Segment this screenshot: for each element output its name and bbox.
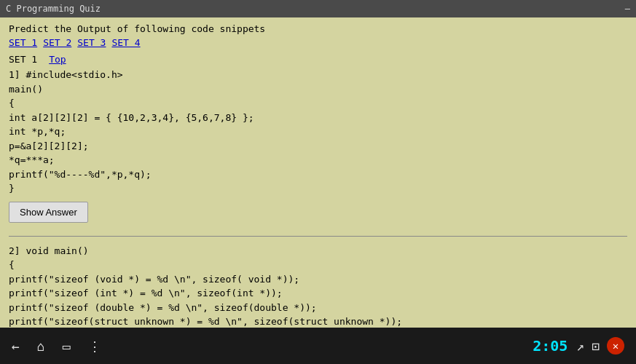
set-link-2[interactable]: SET 2 — [43, 37, 71, 48]
recent-icon[interactable]: ▭ — [63, 339, 71, 354]
back-icon[interactable]: ← — [12, 339, 20, 354]
set-link-4[interactable]: SET 4 — [111, 37, 140, 48]
share-icon[interactable]: ↗ — [576, 339, 584, 354]
nav-left: ← ⌂ ▭ ⋮ — [12, 339, 101, 354]
close-button[interactable]: ✕ — [607, 337, 624, 355]
main-content: Predict the Output of following code sni… — [0, 17, 636, 328]
nav-right: 2:05 ↗ ⊡ ✕ — [533, 337, 624, 355]
section-2: 2] void main() { printf("sizeof (void *)… — [9, 244, 627, 328]
menu-icon[interactable]: ⋮ — [88, 339, 101, 354]
app-title: C Programming Quiz — [6, 4, 101, 14]
close-icon: ✕ — [613, 340, 619, 352]
section-1: SET 1 Top 1] #include<stdio.h> main() { … — [9, 54, 627, 229]
nav-right-icons: ↗ ⊡ ✕ — [576, 337, 624, 355]
set-link-1[interactable]: SET 1 — [9, 37, 37, 48]
section-divider — [9, 236, 627, 237]
title-bar: C Programming Quiz — — [0, 0, 636, 17]
nav-bar: ← ⌂ ▭ ⋮ 2:05 ↗ ⊡ ✕ — [0, 328, 636, 364]
show-answer-button-1[interactable]: Show Answer — [9, 202, 88, 223]
top-link-1[interactable]: Top — [49, 54, 66, 65]
home-icon[interactable]: ⌂ — [37, 339, 45, 354]
minimize-icon[interactable]: — — [625, 4, 630, 14]
section-1-code: 1] #include<stdio.h> main() { int a[2][2… — [9, 68, 627, 196]
set-1-label: SET 1 — [9, 54, 37, 65]
screen-icon[interactable]: ⊡ — [592, 339, 600, 354]
set-links: SET 1 SET 2 SET 3 SET 4 — [9, 37, 627, 48]
section-2-code: 2] void main() { printf("sizeof (void *)… — [9, 244, 627, 328]
time-display: 2:05 — [533, 337, 568, 355]
set-link-3[interactable]: SET 3 — [77, 37, 106, 48]
section-1-header: SET 1 Top — [9, 54, 627, 65]
page-heading: Predict the Output of following code sni… — [9, 23, 627, 34]
